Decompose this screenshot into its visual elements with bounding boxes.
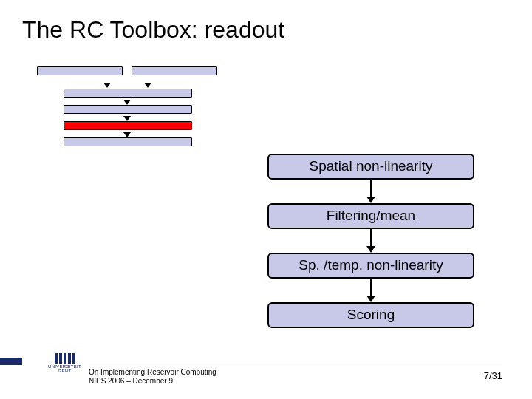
footer-accent — [0, 358, 22, 365]
stack-bar — [64, 137, 192, 146]
footer-note-line1: On Implementing Reservoir Computing — [89, 368, 216, 377]
page-number: 7/31 — [484, 370, 502, 381]
box-filtering-mean: Filtering/mean — [267, 203, 474, 229]
down-arrow-icon — [144, 83, 151, 88]
box-sp-temp-nonlinearity: Sp. /temp. non-linearity — [267, 253, 474, 279]
readout-pipeline: Spatial non-linearity Filtering/mean Sp.… — [267, 154, 474, 328]
slide-title: The RC Toolbox: readout — [22, 16, 284, 44]
stack-bar — [37, 66, 123, 75]
logo-text-line2: GENT — [58, 369, 72, 373]
logo-pillars-icon — [55, 353, 75, 364]
university-logo: UNIVERSITEIT GENT — [44, 353, 85, 375]
stack-bar — [132, 66, 217, 75]
footer-note-line2: NIPS 2006 – December 9 — [89, 377, 216, 386]
down-arrow-icon — [103, 83, 111, 88]
footer-note: On Implementing Reservoir Computing NIPS… — [89, 368, 216, 386]
footer: UNIVERSITEIT GENT On Implementing Reserv… — [0, 355, 532, 399]
down-arrow-icon — [123, 116, 131, 121]
down-arrow-icon — [267, 180, 474, 203]
box-scoring: Scoring — [267, 302, 474, 328]
slide: The RC Toolbox: readout Spatial non-line… — [0, 0, 532, 399]
down-arrow-icon — [267, 229, 474, 253]
footer-divider — [89, 366, 502, 366]
down-arrow-icon — [123, 132, 131, 137]
stack-bar — [64, 89, 192, 98]
box-spatial-nonlinearity: Spatial non-linearity — [267, 154, 474, 180]
stack-bar-highlight — [64, 121, 192, 130]
down-arrow-icon — [267, 279, 474, 302]
down-arrow-icon — [123, 100, 131, 105]
stack-bar — [64, 105, 192, 114]
